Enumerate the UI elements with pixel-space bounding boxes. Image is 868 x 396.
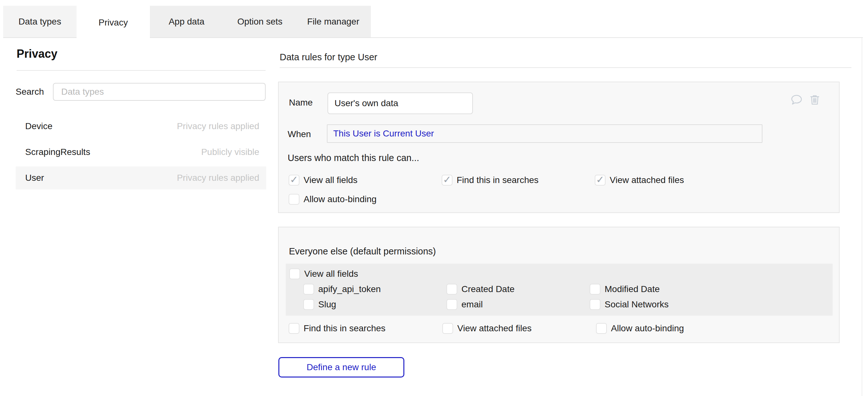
comment-icon[interactable] [790,93,803,106]
checkbox[interactable] [442,175,453,186]
checkbox-label: Find this in searches [304,323,385,334]
checkbox-label: View all fields [304,175,358,186]
permission-view-all-fields-default: View all fields [289,269,358,279]
rule-permissions-grid: View all fields Find this in searches Vi… [288,174,786,205]
field-email: email [446,299,590,310]
permission-find-in-searches-default: Find this in searches [288,323,442,334]
permission-find-in-searches: Find this in searches [442,174,595,186]
when-condition-value: This User is Current User [333,128,434,139]
main-panel-divider [280,67,851,68]
define-new-rule-button[interactable]: Define a new rule [278,357,404,377]
trash-icon[interactable] [808,93,821,106]
rule-name-input[interactable] [328,92,473,114]
field-modified-date: Modified Date [590,284,733,295]
checkbox[interactable] [590,284,600,295]
page-title: Privacy [17,47,57,61]
data-type-list: Device Privacy rules applied ScrapingRes… [16,115,266,192]
checkbox[interactable] [595,175,606,186]
search-input[interactable] [53,83,266,101]
name-label: Name [289,97,313,108]
checkbox[interactable] [596,323,607,334]
checkbox-label: Slug [318,299,336,310]
checkbox-label: Social Networks [604,299,669,310]
field-slug: Slug [303,299,446,310]
data-type-name: ScrapingResults [25,147,90,157]
when-label: When [288,129,311,139]
checkbox[interactable] [288,175,300,186]
checkbox-label: View attached files [610,175,684,186]
checkbox[interactable] [590,299,600,310]
tab-option-sets[interactable]: Option sets [223,6,297,38]
checkbox-label: View attached files [457,323,532,334]
status-badge: Privacy rules applied [177,173,259,183]
checkbox[interactable] [446,299,457,310]
data-type-name: User [25,173,44,183]
checkbox-label: View all fields [304,269,358,279]
checkbox[interactable] [303,299,314,310]
checkbox-label: apify_api_token [318,284,381,295]
checkbox[interactable] [288,323,300,334]
tab-bar: Data types Privacy App data Option sets … [3,6,371,38]
content-right-border [862,37,862,396]
everyone-else-card: Everyone else (default permissions) View… [278,227,840,343]
permission-view-attached-files-default: View attached files [442,323,596,334]
tab-app-data[interactable]: App data [150,6,223,38]
field-checkbox-grid: apify_api_token Created Date Modified Da… [303,284,743,310]
permission-view-attached-files: View attached files [595,174,748,186]
when-condition-box[interactable]: This User is Current User [327,124,763,143]
permission-view-all-fields: View all fields [288,174,442,186]
checkbox[interactable] [442,323,453,334]
field-visibility-section: View all fields apify_api_token Created … [286,264,833,316]
checkbox-label: Allow auto-binding [611,323,684,334]
checkbox-label: Allow auto-binding [304,194,377,205]
field-apify-api-token: apify_api_token [303,284,446,295]
field-social-networks: Social Networks [590,299,733,310]
permission-allow-auto-binding-default: Allow auto-binding [596,323,750,334]
tab-file-manager[interactable]: File manager [297,6,370,38]
data-type-name: Device [25,121,53,131]
search-label: Search [16,87,44,97]
tab-data-types[interactable]: Data types [3,6,76,38]
default-permissions-row: Find this in searches View attached file… [288,323,750,334]
field-created-date: Created Date [446,284,590,295]
list-item-device[interactable]: Device Privacy rules applied [16,115,266,138]
rule-permissions-subtitle: Users who match this rule can... [288,153,419,163]
checkbox[interactable] [288,194,300,205]
left-panel-divider [17,70,266,71]
checkbox[interactable] [446,284,457,295]
list-item-scrapingresults[interactable]: ScrapingResults Publicly visible [16,141,266,163]
checkbox-label: email [461,299,483,310]
status-badge: Privacy rules applied [177,121,259,131]
everyone-else-title: Everyone else (default permissions) [289,246,436,257]
permission-allow-auto-binding: Allow auto-binding [288,193,480,205]
checkbox-label: Find this in searches [457,175,538,186]
checkbox-label: Created Date [461,284,515,295]
list-item-user[interactable]: User Privacy rules applied [16,166,266,189]
main-panel-title: Data rules for type User [280,52,377,62]
rule-card-users-own-data: Name When This User is Curre [278,82,840,213]
checkbox[interactable] [289,269,300,279]
privacy-settings-page: Data types Privacy App data Option sets … [0,0,868,396]
checkbox-label: Modified Date [604,284,660,295]
status-badge: Publicly visible [201,147,259,157]
tab-privacy[interactable]: Privacy [76,6,150,39]
checkbox[interactable] [303,284,314,295]
